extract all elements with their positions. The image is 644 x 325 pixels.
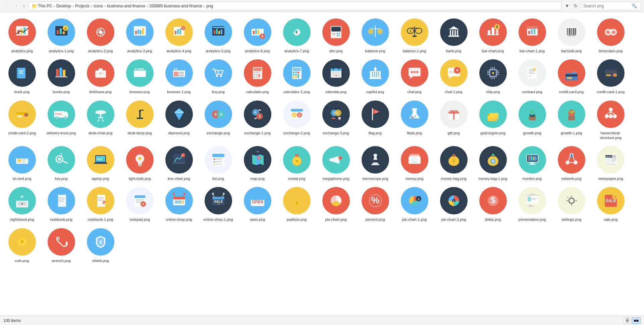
file-item[interactable]: chip.png: [474, 56, 512, 96]
file-item[interactable]: £€exchange-2.png: [277, 97, 316, 142]
file-item[interactable]: @notebook.png: [42, 183, 80, 223]
svg-text:0000000: 0000000: [568, 35, 576, 37]
file-item[interactable]: NEWSnewspaper.png: [591, 142, 630, 183]
file-item[interactable]: FREEdelivery-truck.png: [42, 97, 80, 142]
up-button[interactable]: ↑: [21, 3, 26, 9]
file-item[interactable]: OPENopen.png: [238, 183, 277, 223]
svg-rect-441: [532, 199, 536, 200]
file-item[interactable]: calendar.png: [317, 56, 355, 96]
file-item[interactable]: chat-1.png: [434, 56, 473, 96]
refresh-button[interactable]: ↻: [573, 3, 579, 9]
file-item[interactable]: 0000000barcode.png: [552, 15, 591, 55]
address-path[interactable]: 📁 This PC › Desktop › Projects › icons ›…: [29, 2, 561, 10]
file-item[interactable]: $pie-chart-2.png: [434, 183, 473, 223]
file-item[interactable]: $padlock.png: [277, 183, 316, 223]
svg-rect-51: [339, 35, 340, 36]
details-view-button[interactable]: ☰: [624, 317, 631, 324]
back-button[interactable]: ←: [3, 3, 10, 9]
file-item[interactable]: gift.png: [434, 97, 473, 142]
file-item[interactable]: $pie-chart-1.png: [395, 183, 434, 223]
file-item[interactable]: monitor.png: [513, 142, 551, 183]
file-item[interactable]: credit-card.png: [552, 56, 591, 96]
svg-rect-37: [255, 29, 257, 34]
file-item[interactable]: contract.png: [513, 56, 551, 96]
file-item[interactable]: atm.png: [317, 15, 355, 55]
file-item[interactable]: ¥£%exchange-3.png: [317, 97, 355, 142]
file-item[interactable]: $money-bag.png: [434, 142, 473, 183]
file-item[interactable]: megaphone.png: [317, 142, 355, 183]
file-item[interactable]: list.png: [199, 142, 237, 183]
file-item[interactable]: laptop.png: [81, 142, 120, 183]
file-item[interactable]: notebook-1.png: [81, 183, 120, 223]
file-item[interactable]: $analytics-1.png: [42, 15, 80, 55]
file-item[interactable]: 🌱growth-1.png: [552, 97, 591, 142]
file-item[interactable]: credit-card-1.png: [591, 56, 630, 96]
file-item[interactable]: calculator-1.png: [277, 56, 316, 96]
file-item[interactable]: desk-lamp.png: [120, 97, 159, 142]
file-item[interactable]: light-bulb.png: [120, 142, 159, 183]
file-item[interactable]: presentation.png: [513, 183, 551, 223]
file-item[interactable]: microscope.png: [356, 142, 394, 183]
file-item[interactable]: calculator.png: [238, 56, 277, 96]
svg-rect-71: [496, 29, 498, 35]
file-item[interactable]: ★medal.png: [277, 142, 316, 183]
file-item[interactable]: SALE%sale.png: [591, 183, 630, 223]
file-item[interactable]: chat.png: [395, 56, 434, 96]
file-item[interactable]: binoculars.png: [591, 15, 630, 55]
file-item[interactable]: book.png: [3, 56, 41, 96]
svg-rect-122: [179, 72, 184, 74]
file-item[interactable]: $bar-chart.png: [474, 15, 512, 55]
file-item[interactable]: $$money-bag-1.png: [474, 142, 512, 183]
search-input[interactable]: [583, 4, 630, 8]
file-item[interactable]: analytics-5.png: [199, 15, 237, 55]
grid-view-button[interactable]: ■■: [632, 317, 641, 324]
recent-locations-button[interactable]: ▼: [564, 3, 571, 9]
file-item[interactable]: $shield.png: [81, 224, 120, 265]
file-item[interactable]: credit-card-2.png: [3, 97, 41, 142]
file-item[interactable]: SALE%online-shop-1.png: [199, 183, 237, 223]
file-item[interactable]: capitol.png: [356, 56, 394, 96]
file-item[interactable]: pie-chart.png: [317, 183, 355, 223]
file-item[interactable]: books.png: [42, 56, 80, 96]
file-item[interactable]: ▲balance.png: [356, 15, 394, 55]
file-item[interactable]: analytics-3.png: [120, 15, 159, 55]
file-item[interactable]: $flag.png: [356, 97, 394, 142]
file-item[interactable]: ✕notepad.png: [120, 183, 159, 223]
file-item[interactable]: €$exchange-1.png: [238, 97, 277, 142]
file-item[interactable]: @nightstand.png: [3, 183, 41, 223]
file-item[interactable]: line-chart.png: [160, 142, 198, 183]
file-item[interactable]: hierarchical-structure.png: [591, 97, 630, 142]
file-item[interactable]: browser.png: [120, 56, 159, 96]
file-item[interactable]: $money.png: [395, 142, 434, 183]
file-item[interactable]: analytics-4.png: [160, 15, 198, 55]
file-item[interactable]: $briefcase.png: [81, 56, 120, 96]
file-item[interactable]: $analytics-7.png: [277, 15, 316, 55]
file-item[interactable]: diamond.png: [160, 97, 198, 142]
file-item[interactable]: €$exchange.png: [199, 97, 237, 142]
file-item[interactable]: wrench.png: [42, 224, 80, 265]
file-item[interactable]: analytics.png: [3, 15, 41, 55]
file-item[interactable]: $analytics-6.png: [238, 15, 277, 55]
file-name-label: books.png: [53, 89, 70, 94]
file-item[interactable]: flask.png: [395, 97, 434, 142]
svg-rect-67: [457, 30, 458, 36]
forward-button[interactable]: →: [12, 3, 19, 9]
file-item[interactable]: %percent.png: [356, 183, 394, 223]
file-item[interactable]: desk-chair.png: [81, 97, 120, 142]
file-item[interactable]: $buy.png: [199, 56, 237, 96]
file-item[interactable]: $balance-1.png: [395, 15, 434, 55]
file-item[interactable]: online-shop.png: [160, 183, 198, 223]
file-item[interactable]: %map.png: [238, 142, 277, 183]
file-item[interactable]: id-card.png: [3, 142, 41, 183]
file-item[interactable]: growth.png: [513, 97, 551, 142]
file-item[interactable]: $dollar.png: [474, 183, 512, 223]
file-item[interactable]: bar-chart-1.png: [513, 15, 551, 55]
file-item[interactable]: bank.png: [434, 15, 473, 55]
file-item[interactable]: browser-1.png: [160, 56, 198, 96]
file-item[interactable]: $key.png: [42, 142, 80, 183]
file-item[interactable]: $coin.png: [3, 224, 41, 265]
file-item[interactable]: settings.png: [552, 183, 591, 223]
file-item[interactable]: analytics-2.png: [81, 15, 120, 55]
file-item[interactable]: gold-ingots.png: [474, 97, 512, 142]
file-item[interactable]: 👤network.png: [552, 142, 591, 183]
